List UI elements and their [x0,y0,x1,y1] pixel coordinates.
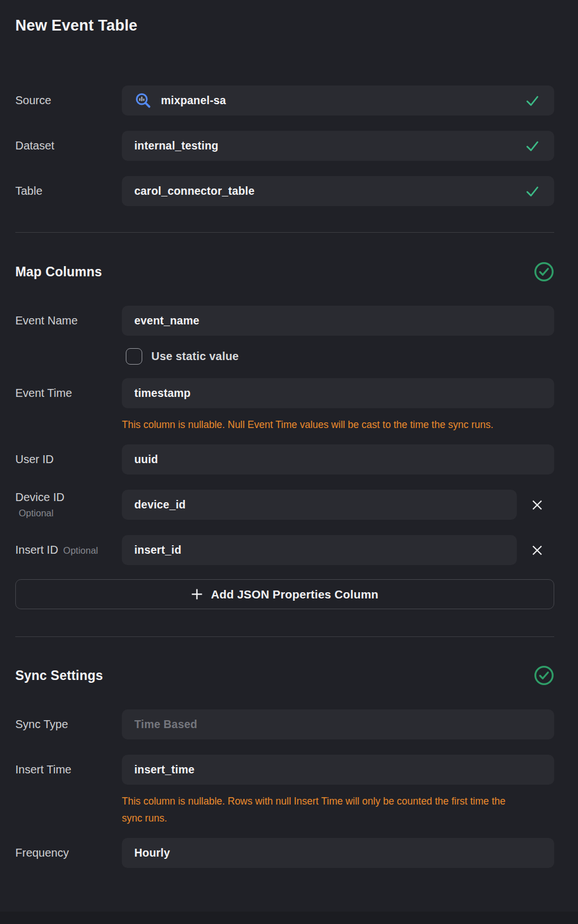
dataset-label: Dataset [15,131,122,161]
source-select[interactable]: mixpanel-sa [122,85,554,116]
device-id-value: device_id [134,498,502,511]
device-id-label: Device ID [15,491,65,504]
page-title: New Event Table [15,15,554,36]
table-valid-check-icon [525,185,539,198]
new-event-table-form: New Event Table Source mixpanel-sa [0,15,578,868]
insert-id-optional-label: Optional [63,545,98,556]
event-time-nullable-warning: This column is nullable. Null Event Time… [122,416,523,433]
user-id-label: User ID [15,444,122,474]
insert-id-label-block: Insert ID Optional [15,535,122,565]
sync-type-value: Time Based [134,718,539,731]
remove-device-id-button[interactable] [527,490,547,520]
bigquery-search-icon [134,92,152,109]
use-static-value-row: Use static value [122,347,554,365]
frequency-row: Frequency Hourly [15,838,554,868]
user-id-value: uuid [134,453,539,466]
plus-icon [191,588,203,600]
map-columns-header: Map Columns [15,262,554,281]
add-json-button-label: Add JSON Properties Column [211,588,379,601]
source-value: mixpanel-sa [161,94,518,107]
map-columns-title: Map Columns [15,264,102,280]
table-value: carol_connector_table [134,185,518,198]
insert-time-select[interactable]: insert_time [122,755,554,785]
event-name-select[interactable]: event_name [122,306,554,336]
user-id-row: User ID uuid [15,444,554,474]
panel-bottom-edge [0,912,578,924]
device-id-select[interactable]: device_id [122,490,517,520]
insert-id-row: Insert ID Optional insert_id [15,535,554,565]
source-section: Source mixpanel-sa [15,85,554,206]
event-time-select[interactable]: timestamp [122,378,554,408]
device-id-row: Device ID Optional device_id [15,490,554,520]
event-name-value: event_name [134,314,539,327]
device-id-label-block: Device ID Optional [15,490,122,520]
insert-id-label: Insert ID [15,544,58,557]
use-static-value-checkbox[interactable] [126,348,142,365]
dataset-valid-check-icon [525,140,539,152]
source-valid-check-icon [525,95,539,107]
source-row: Source mixpanel-sa [15,85,554,116]
source-label: Source [15,85,122,116]
x-icon [531,544,543,557]
insert-id-value: insert_id [134,544,502,557]
insert-id-select[interactable]: insert_id [122,535,517,565]
event-time-row: Event Time timestamp [15,378,554,408]
dataset-row: Dataset internal_testing [15,131,554,161]
add-json-properties-column-button[interactable]: Add JSON Properties Column [15,579,554,609]
sync-settings-title: Sync Settings [15,668,103,683]
remove-insert-id-button[interactable] [527,535,547,565]
dataset-value: internal_testing [134,139,518,152]
insert-time-nullable-warning: This column is nullable. Rows with null … [122,793,523,827]
frequency-select[interactable]: Hourly [122,838,554,868]
insert-time-label: Insert Time [15,755,122,785]
event-name-row: Event Name event_name [15,306,554,336]
sync-type-label: Sync Type [15,709,122,739]
sync-type-select: Time Based [122,709,554,739]
section-divider [15,232,554,233]
table-label: Table [15,176,122,206]
frequency-value: Hourly [134,846,539,859]
device-id-optional-label: Optional [15,508,53,519]
sync-type-row: Sync Type Time Based [15,709,554,739]
section-divider [15,636,554,637]
sync-settings-header: Sync Settings [15,666,554,685]
table-select[interactable]: carol_connector_table [122,176,554,206]
insert-time-value: insert_time [134,763,539,776]
event-name-label: Event Name [15,306,122,336]
sync-settings-complete-circle-check-icon [534,665,554,686]
x-icon [531,499,543,511]
insert-time-row: Insert Time insert_time [15,755,554,785]
table-row: Table carol_connector_table [15,176,554,206]
dataset-select[interactable]: internal_testing [122,131,554,161]
user-id-select[interactable]: uuid [122,444,554,474]
event-time-label: Event Time [15,378,122,408]
use-static-value-label: Use static value [151,350,239,363]
map-columns-complete-circle-check-icon [534,262,554,282]
frequency-label: Frequency [15,838,122,868]
event-time-value: timestamp [134,387,539,400]
